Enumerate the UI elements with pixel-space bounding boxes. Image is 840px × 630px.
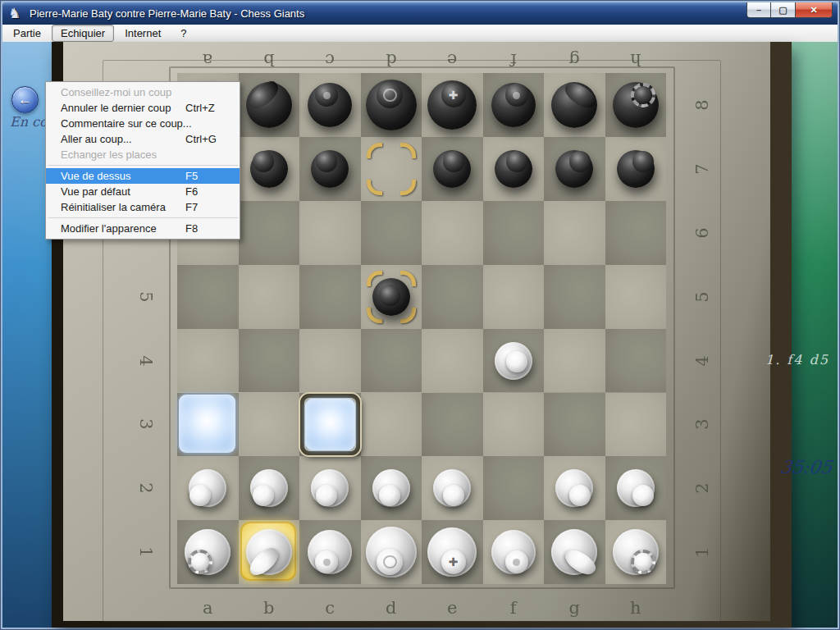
square-f3[interactable] bbox=[483, 393, 545, 457]
client-area: aabbccddeeffgghh8877665544332211 ← En co… bbox=[2, 42, 838, 628]
square-e4[interactable] bbox=[422, 329, 483, 393]
piece-white-rook-h1[interactable] bbox=[613, 529, 659, 575]
square-f6[interactable] bbox=[483, 201, 545, 265]
piece-black-queen-d8[interactable] bbox=[366, 80, 417, 130]
square-f5[interactable] bbox=[483, 265, 545, 329]
window-controls: – ▢ ✕ bbox=[746, 2, 833, 18]
pawn-head bbox=[632, 151, 654, 172]
menu-item-conseillez[interactable]: Conseillez-moi un coup bbox=[46, 84, 240, 100]
piece-black-knight-g8[interactable] bbox=[551, 82, 597, 128]
square-d4[interactable] bbox=[361, 329, 422, 393]
piece-white-pawn-f4[interactable] bbox=[495, 342, 532, 380]
menu-item-aller-au-coup[interactable]: Aller au coup...Ctrl+G bbox=[46, 131, 240, 147]
last-move-bracket-d7 bbox=[400, 143, 416, 158]
pawn-head bbox=[506, 351, 527, 372]
square-h4[interactable] bbox=[605, 329, 667, 393]
piece-black-pawn-b7[interactable] bbox=[250, 150, 288, 188]
square-b6[interactable] bbox=[239, 201, 300, 265]
square-f2[interactable] bbox=[483, 456, 545, 520]
menu-item-vue-de-dessus[interactable]: Vue de dessusF5 bbox=[46, 168, 240, 184]
file-label-bottom-e: e bbox=[440, 596, 464, 619]
square-g3[interactable] bbox=[544, 393, 605, 457]
piece-black-rook-h8[interactable] bbox=[613, 82, 659, 128]
square-h5[interactable] bbox=[605, 265, 667, 329]
piece-white-rook-a1[interactable] bbox=[185, 529, 231, 575]
square-a5[interactable] bbox=[177, 265, 239, 329]
piece-white-pawn-d2[interactable] bbox=[372, 469, 410, 507]
piece-black-king-e8[interactable] bbox=[427, 80, 477, 130]
square-e6[interactable] bbox=[422, 201, 483, 265]
piece-white-knight-b1[interactable] bbox=[246, 529, 292, 575]
square-b5[interactable] bbox=[239, 265, 300, 329]
app-icon-knight: ♞ bbox=[8, 7, 26, 21]
pawn-head bbox=[569, 485, 591, 506]
piece-black-knight-b8[interactable] bbox=[246, 82, 292, 128]
menu-item-vue-par-defaut[interactable]: Vue par défautF6 bbox=[46, 184, 240, 199]
piece-black-pawn-f7[interactable] bbox=[495, 150, 532, 188]
square-e3[interactable] bbox=[422, 393, 483, 457]
menu-item-commentaire[interactable]: Commentaire sur ce coup... bbox=[46, 116, 240, 131]
menu-partie[interactable]: Partie bbox=[4, 25, 50, 42]
board-grid bbox=[177, 73, 666, 584]
piece-white-bishop-c1[interactable] bbox=[308, 530, 352, 574]
rank-label-right-7: 7 bbox=[691, 157, 714, 181]
file-label-bottom-d: d bbox=[379, 596, 404, 619]
square-g5[interactable] bbox=[544, 265, 605, 329]
menu-item-echanger[interactable]: Echanger les places bbox=[46, 147, 240, 162]
piece-white-king-e1[interactable] bbox=[427, 527, 477, 577]
menu-item-reinitialiser-camera[interactable]: Réinitialiser la caméraF7 bbox=[46, 199, 240, 215]
menu-echiquier[interactable]: Echiquier bbox=[52, 25, 114, 42]
piece-white-pawn-b2[interactable] bbox=[250, 469, 288, 507]
menu-internet[interactable]: Internet bbox=[116, 25, 170, 42]
square-d3[interactable] bbox=[361, 393, 422, 457]
piece-white-pawn-g2[interactable] bbox=[555, 469, 593, 507]
square-g4[interactable] bbox=[544, 329, 605, 393]
piece-black-pawn-d5[interactable] bbox=[372, 278, 410, 316]
file-label-top-c: c bbox=[317, 48, 342, 71]
piece-white-knight-g1[interactable] bbox=[551, 529, 597, 575]
menu-bar: Partie Echiquier Internet ? bbox=[2, 25, 838, 43]
square-c5[interactable] bbox=[299, 265, 361, 329]
piece-white-pawn-c2[interactable] bbox=[311, 469, 349, 507]
menu-item-modifier-apparence[interactable]: Modifier l'apparenceF8 bbox=[46, 221, 240, 236]
back-arrow-icon: ← bbox=[18, 92, 32, 108]
piece-white-bishop-f1[interactable] bbox=[491, 530, 536, 574]
rank-label-right-2: 2 bbox=[691, 476, 714, 500]
maximize-button[interactable]: ▢ bbox=[771, 2, 796, 18]
title-bar[interactable]: ♞ Pierre-Marie Baty contre Pierre-Marie … bbox=[2, 2, 838, 25]
piece-black-pawn-e7[interactable] bbox=[433, 150, 471, 188]
menu-help[interactable]: ? bbox=[171, 25, 195, 42]
piece-white-queen-d1[interactable] bbox=[366, 527, 417, 578]
piece-white-pawn-h2[interactable] bbox=[617, 469, 655, 507]
square-b4[interactable] bbox=[239, 329, 300, 393]
piece-black-bishop-f8[interactable] bbox=[491, 83, 536, 127]
pawn-head bbox=[569, 151, 591, 172]
square-e5[interactable] bbox=[422, 265, 483, 329]
piece-black-pawn-h7[interactable] bbox=[617, 150, 655, 188]
square-g6[interactable] bbox=[544, 201, 605, 265]
piece-black-bishop-c8[interactable] bbox=[308, 83, 352, 127]
rank-label-right-8: 8 bbox=[691, 93, 714, 117]
window-title: Pierre-Marie Baty contre Pierre-Marie Ba… bbox=[30, 7, 304, 20]
close-button[interactable]: ✕ bbox=[796, 2, 833, 18]
file-label-top-h: h bbox=[623, 48, 648, 71]
piece-black-pawn-g7[interactable] bbox=[555, 150, 593, 188]
square-d6[interactable] bbox=[361, 201, 422, 265]
square-c4[interactable] bbox=[299, 329, 361, 393]
minimize-button[interactable]: – bbox=[746, 2, 771, 18]
pawn-head bbox=[253, 485, 274, 506]
piece-black-pawn-c7[interactable] bbox=[311, 150, 349, 188]
square-h6[interactable] bbox=[605, 201, 667, 265]
menu-item-annuler[interactable]: Annuler le dernier coupCtrl+Z bbox=[46, 100, 240, 116]
piece-white-pawn-e2[interactable] bbox=[433, 469, 471, 507]
piece-white-pawn-a2[interactable] bbox=[189, 469, 226, 507]
pawn-head bbox=[632, 485, 654, 506]
rook-head bbox=[631, 550, 655, 574]
square-h3[interactable] bbox=[605, 393, 667, 457]
pawn-head bbox=[316, 485, 337, 506]
back-button[interactable]: ← bbox=[11, 86, 39, 113]
targeted-move-highlight-c3 bbox=[300, 394, 360, 456]
square-c6[interactable] bbox=[299, 201, 361, 265]
square-a4[interactable] bbox=[177, 329, 239, 393]
square-b3[interactable] bbox=[239, 393, 300, 457]
